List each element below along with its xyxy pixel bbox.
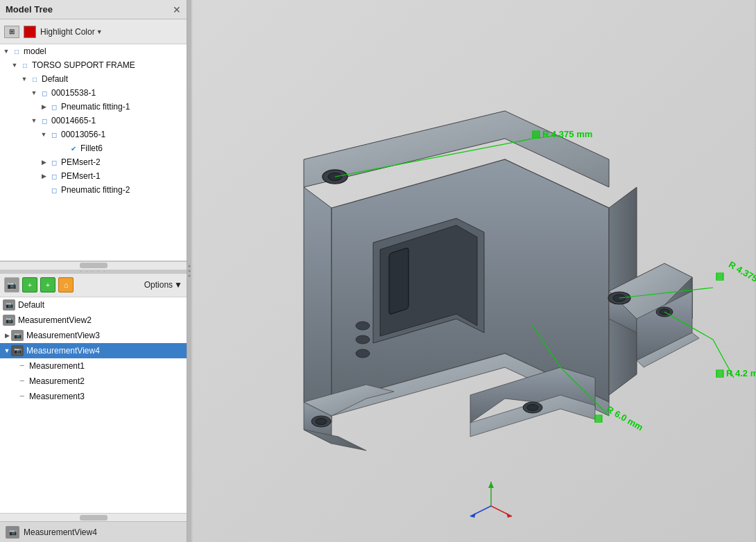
expand-00013056[interactable]: ▼ xyxy=(39,130,49,139)
check-icon: ✔ xyxy=(68,143,79,153)
view-label-m2: Measurement2 xyxy=(29,376,85,386)
view-label-m1: Measurement1 xyxy=(29,361,85,371)
part-icon: ◻ xyxy=(49,171,60,181)
options-button[interactable]: Options ▼ xyxy=(144,280,182,290)
expand-model[interactable]: ▼ xyxy=(1,46,11,56)
svg-point-33 xyxy=(356,335,370,344)
part-icon: ◻ xyxy=(49,157,60,167)
views-area[interactable]: 📷 Default 📷 MeasurementView2 ▶ 📷 Measure… xyxy=(0,297,187,514)
highlight-color-label[interactable]: Highlight Color ▼ xyxy=(40,27,103,37)
annotation-r4375-top: ▤ R 4.375 mm xyxy=(531,128,592,139)
view-item-m3[interactable]: − Measurement3 xyxy=(0,389,187,404)
annotation-text-r4375-top: R 4.375 mm xyxy=(542,129,592,139)
annotation-icon: ▤ xyxy=(715,367,724,378)
part-icon: ◻ xyxy=(49,130,60,139)
tree-label-pneumatic2: Pneumatic fitting-2 xyxy=(61,185,130,195)
tree-item-torso[interactable]: ▼ □ TORSO SUPPORT FRAME xyxy=(0,58,187,72)
expand-pemsert1[interactable]: ▶ xyxy=(39,171,49,181)
tree-item-model[interactable]: ▼ □ model xyxy=(0,44,187,58)
svg-point-34 xyxy=(356,349,370,358)
expand-mv4[interactable]: ▼ xyxy=(3,346,11,356)
views-scroll-thumb[interactable] xyxy=(80,515,108,521)
view-btn-home[interactable]: ⌂ xyxy=(58,277,74,292)
expand-pneumatic1[interactable]: ▶ xyxy=(39,102,49,112)
grid-icon[interactable]: ⊞ xyxy=(4,26,19,38)
model-tree-area[interactable]: ▼ □ model ▼ □ TORSO SUPPORT FRAME ▼ □ De… xyxy=(0,44,187,261)
annotation-icon: ▤ xyxy=(715,270,724,281)
camera-icon: 📷 xyxy=(3,299,15,311)
view-label-mv4: MeasurementView4 xyxy=(26,346,100,356)
tree-item-00015538[interactable]: ▼ ◻ 00015538-1 xyxy=(0,86,187,100)
view-item-mv2[interactable]: 📷 MeasurementView2 xyxy=(0,313,187,328)
views-scrollbar-h[interactable] xyxy=(0,513,187,521)
model-tree-title: Model Tree xyxy=(6,4,53,15)
folder-icon: □ xyxy=(19,60,31,70)
annotation-r4375-right: ▤ R 4.375 mm xyxy=(715,270,756,281)
expand-default[interactable]: ▼ xyxy=(19,74,29,84)
tree-item-fillet6[interactable]: ✔ Fillet6 xyxy=(0,141,187,155)
tree-label-fillet6: Fillet6 xyxy=(80,143,103,153)
view-item-m2[interactable]: − Measurement2 xyxy=(0,374,187,389)
view-label-mv2: MeasurementView2 xyxy=(18,315,92,325)
tree-item-pneumatic2[interactable]: ◻ Pneumatic fitting-2 xyxy=(0,183,187,197)
part-icon: ◻ xyxy=(39,88,50,98)
svg-point-2 xyxy=(189,275,191,277)
annotation-r60: ▤ R 6.0 mm xyxy=(594,412,645,423)
view-item-default[interactable]: 📷 Default xyxy=(0,297,187,313)
cad-model-svg xyxy=(191,0,756,542)
tree-label-pemsert1: PEMsert-1 xyxy=(61,171,101,181)
annotation-text-r42: R 4.2 mm xyxy=(726,368,756,378)
view-label-mv3: MeasurementView3 xyxy=(26,331,100,340)
part-icon: ◻ xyxy=(49,185,60,195)
expand-mv3[interactable]: ▶ xyxy=(3,331,11,340)
view-item-mv4[interactable]: ▼ 📷 MeasurementView4 xyxy=(0,343,187,358)
highlight-dropdown-arrow: ▼ xyxy=(96,28,103,35)
svg-point-1 xyxy=(189,270,191,272)
tree-item-00013056[interactable]: ▼ ◻ 00013056-1 xyxy=(0,128,187,141)
view-btn-plus1[interactable]: + xyxy=(22,277,37,292)
tree-label-pneumatic1: Pneumatic fitting-1 xyxy=(61,102,130,112)
status-bar: 📷 MeasurementView4 xyxy=(0,521,187,542)
tree-label-00014665: 00014665-1 xyxy=(51,116,96,125)
expand-pemsert2[interactable]: ▶ xyxy=(39,157,49,167)
camera-icon: 📷 xyxy=(3,315,15,326)
view-item-mv3[interactable]: ▶ 📷 MeasurementView3 xyxy=(0,328,187,343)
view-btn-plus2[interactable]: + xyxy=(40,277,55,292)
status-label: MeasurementView4 xyxy=(24,527,97,537)
view-label-m3: Measurement3 xyxy=(29,392,85,401)
svg-point-27 xyxy=(316,419,327,425)
svg-marker-5 xyxy=(304,187,332,423)
view-btn-camera[interactable]: 📷 xyxy=(4,277,19,292)
folder-icon: □ xyxy=(29,74,40,84)
tree-scroll-thumb[interactable] xyxy=(80,263,108,268)
expand-torso[interactable]: ▼ xyxy=(10,60,19,70)
model-tree-header: Model Tree ✕ xyxy=(0,0,187,19)
annotation-icon: ▤ xyxy=(531,128,540,139)
tree-label-torso: TORSO SUPPORT FRAME xyxy=(32,60,135,70)
tree-label-00013056: 00013056-1 xyxy=(61,130,105,139)
tree-item-pneumatic1[interactable]: ▶ ◻ Pneumatic fitting-1 xyxy=(0,100,187,114)
expand-00014665[interactable]: ▼ xyxy=(29,116,39,125)
part-icon: ◻ xyxy=(39,116,50,125)
model-tree-toolbar: ⊞ Highlight Color ▼ xyxy=(0,19,187,44)
cad-viewport[interactable]: ▤ R 4.375 mm ▤ R 4.375 mm ▤ R 4.2 mm ▤ R… xyxy=(191,0,756,542)
view-label-default: Default xyxy=(18,300,44,310)
folder-icon: □ xyxy=(11,46,22,56)
view-item-m1[interactable]: − Measurement1 xyxy=(0,358,187,374)
tree-item-pemsert2[interactable]: ▶ ◻ PEMsert-2 xyxy=(0,155,187,169)
expand-00015538[interactable]: ▼ xyxy=(29,88,39,98)
tree-item-pemsert1[interactable]: ▶ ◻ PEMsert-1 xyxy=(0,169,187,183)
close-button[interactable]: ✕ xyxy=(173,5,181,15)
tree-label-model: model xyxy=(24,46,46,56)
tree-label-pemsert2: PEMsert-2 xyxy=(61,157,101,167)
svg-point-29 xyxy=(527,405,538,411)
highlight-color-swatch[interactable] xyxy=(24,26,36,38)
tree-item-00014665[interactable]: ▼ ◻ 00014665-1 xyxy=(0,114,187,128)
tree-label-default: Default xyxy=(42,74,68,84)
camera-icon: 📷 xyxy=(11,330,24,341)
camera-icon: 📷 xyxy=(11,345,24,356)
svg-point-32 xyxy=(356,322,370,330)
views-toolbar: 📷 + + ⌂ Options ▼ xyxy=(0,274,187,297)
svg-point-0 xyxy=(189,265,191,268)
tree-item-default[interactable]: ▼ □ Default xyxy=(0,72,187,86)
